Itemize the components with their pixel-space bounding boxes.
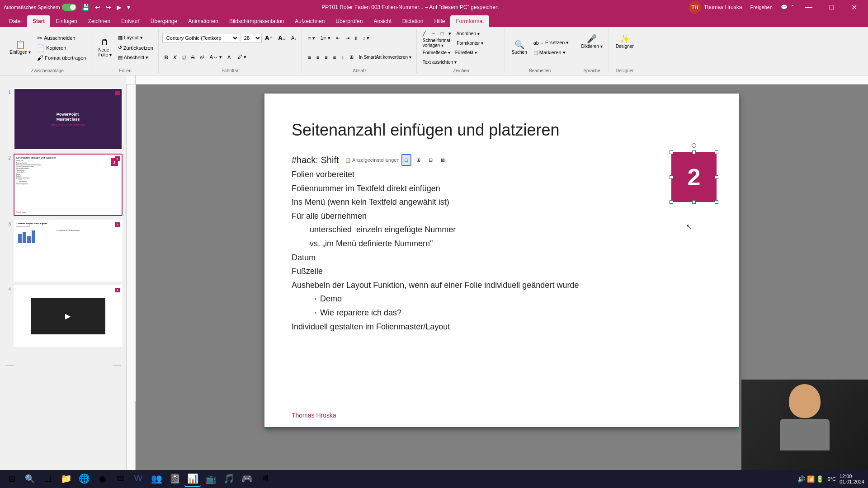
align-left-btn[interactable]: ≡	[306, 53, 313, 62]
handle-ml[interactable]	[670, 175, 673, 179]
tab-einfuegen[interactable]: Einfügen	[50, 15, 82, 27]
markieren-btn[interactable]: ⬚ Markieren ▾	[531, 48, 571, 57]
ft-btn-1[interactable]: □	[401, 154, 412, 166]
tab-ueberpruefen[interactable]: Überprüfen	[330, 15, 368, 27]
taskbar-teams[interactable]: 👥	[148, 471, 165, 487]
system-tray[interactable]: 🔊 📶 🔋	[797, 475, 824, 483]
fuelleffekt-btn[interactable]: Fülleffekt ▾	[453, 48, 479, 57]
ribbon-collapse-btn[interactable]: ⌃	[790, 4, 795, 10]
slide-thumb-1[interactable]: 1 PowerPointMasterclass PRÄSENTIEREN WIE…	[4, 88, 123, 150]
text-ausrichten-btn[interactable]: Text ausrichten ▾	[420, 57, 459, 66]
zuruecksetzen-btn[interactable]: ↺ Zurücksetzen	[116, 43, 156, 52]
format-uebertragen-btn[interactable]: 🖌 Format übertragen	[35, 53, 88, 62]
taskbar-onenote[interactable]: 📓	[166, 471, 183, 487]
slide-img-4[interactable]: ▶ 4	[14, 285, 123, 347]
tab-datei[interactable]: Datei	[4, 15, 27, 27]
number-box-container[interactable]: 2	[671, 152, 717, 202]
ft-btn-2[interactable]: ⊞	[413, 155, 424, 166]
tab-bildschirmpraesentation[interactable]: Bildschirmpräsentation	[224, 15, 289, 27]
tab-uebergaenge[interactable]: Übergänge	[145, 15, 183, 27]
bullets-btn[interactable]: ≡ ▾	[306, 33, 317, 42]
font-family-select[interactable]: Century Gothic (Textkörp	[162, 33, 239, 43]
tab-hilfe[interactable]: Hilfe	[429, 15, 450, 27]
diktieren-btn[interactable]: 🎤 Diktieren ▾	[578, 29, 605, 54]
taskbar-app5[interactable]: 🖥	[257, 471, 273, 487]
handle-mr[interactable]	[715, 175, 718, 179]
highlight-btn[interactable]: 🖊 ▾	[235, 53, 249, 62]
ausschneiden-btn[interactable]: ✂ Ausschneiden	[35, 33, 88, 42]
kopieren-btn[interactable]: 📄 Kopieren	[35, 43, 88, 52]
close-button[interactable]: ✕	[844, 0, 864, 14]
designer-btn[interactable]: ✨ Designer	[613, 29, 637, 54]
font-size-select[interactable]: 28	[240, 33, 262, 43]
qa-present[interactable]: ▶	[115, 3, 123, 12]
share-btn[interactable]: Freigeben	[745, 3, 778, 11]
ft-btn-3[interactable]: ⊟	[425, 155, 436, 166]
handle-tm[interactable]	[692, 150, 696, 154]
align-center-btn[interactable]: ≡	[314, 53, 321, 62]
maximize-button[interactable]: □	[821, 0, 842, 14]
arrange-btn[interactable]: Anordnen ▾	[454, 29, 481, 38]
slide-img-2[interactable]: Seitenanzahl einfügen und platzieren #ha…	[14, 154, 123, 216]
taskbar-edge[interactable]: 🌐	[76, 471, 92, 487]
increase-indent-btn[interactable]: ⇥	[343, 33, 352, 42]
line-spacing-btn[interactable]: ↕ ▾	[361, 33, 372, 42]
qa-redo[interactable]: ↪	[104, 3, 113, 12]
italic-btn[interactable]: K	[171, 53, 179, 62]
start-btn[interactable]: ⊞	[4, 471, 20, 487]
handle-rotate[interactable]	[692, 143, 696, 148]
shape-more[interactable]: ▾	[446, 29, 453, 38]
taskbar-word[interactable]: W	[130, 471, 146, 487]
schnellformatvorlagen-btn[interactable]: Schnellformat-vorlagen ▾	[420, 38, 454, 47]
tab-aufzeichnen[interactable]: Aufzeichnen	[289, 15, 330, 27]
char-spacing-btn[interactable]: A↔ ▾	[208, 53, 224, 62]
increase-font-btn[interactable]: A↑	[263, 33, 275, 42]
taskbar-mail[interactable]: ✉	[112, 471, 128, 487]
decrease-indent-btn[interactable]: ⇤	[334, 33, 342, 42]
tab-start[interactable]: Start	[27, 15, 50, 27]
handle-br[interactable]	[715, 200, 718, 204]
ft-btn-4[interactable]: ⊠	[438, 155, 448, 166]
smartart-btn[interactable]: In SmartArt konvertieren ▾	[357, 53, 414, 62]
formkontur-btn[interactable]: Formkontur ▾	[454, 38, 486, 47]
slide-img-1[interactable]: PowerPointMasterclass PRÄSENTIEREN WIE E…	[14, 88, 123, 150]
taskbar-app4[interactable]: 🎮	[239, 471, 255, 487]
handle-bl[interactable]	[670, 200, 673, 204]
handle-tr[interactable]	[715, 150, 718, 154]
align-justify-btn[interactable]: ≡	[331, 53, 338, 62]
qa-save[interactable]: 💾	[80, 3, 91, 12]
qa-more[interactable]: ▾	[125, 3, 132, 12]
taskbar-chrome[interactable]: ◉	[94, 471, 110, 487]
tab-ansicht[interactable]: Ansicht	[368, 15, 396, 27]
shape-line[interactable]: ╱	[420, 29, 428, 38]
columns-btn[interactable]: ⫿	[353, 33, 360, 42]
einfuegen-btn[interactable]: 📋 Einfügen ▾	[6, 35, 34, 61]
taskbar-powerpoint[interactable]: 📊	[184, 471, 201, 487]
slide-thumb-3[interactable]: 3 3 einfache Beispiel: Primer zugeben...…	[4, 220, 123, 282]
ersetzen-btn[interactable]: ab→ Ersetzen ▾	[531, 38, 571, 47]
layout-btn[interactable]: ▦ Layout ▾	[116, 33, 156, 42]
tab-dictation[interactable]: Dictation	[397, 15, 429, 27]
taskbar-app3[interactable]: 🎵	[221, 471, 237, 487]
handle-tl[interactable]	[670, 150, 673, 154]
align-right-btn[interactable]: ≡	[322, 53, 330, 62]
search-btn[interactable]: 🔍	[22, 471, 38, 487]
slide-thumb-2[interactable]: 2 Seitenanzahl einfügen und platzieren #…	[4, 154, 123, 216]
neue-folie-btn[interactable]: 🗒 NeueFolie ▾	[95, 35, 114, 61]
taskbar-explorer[interactable]: 📁	[58, 471, 74, 487]
tab-entwurf[interactable]: Entwurf	[116, 15, 145, 27]
font-color-btn[interactable]: A	[225, 53, 234, 62]
clear-format-btn[interactable]: Aₓ	[289, 33, 299, 42]
tab-zeichnen[interactable]: Zeichnen	[83, 15, 116, 27]
suchen-btn[interactable]: 🔍 Suchen	[509, 35, 530, 61]
minimize-button[interactable]: —	[798, 0, 819, 14]
taskview-btn[interactable]: ❑	[40, 471, 56, 487]
abschnitt-btn[interactable]: ▤ Abschnitt ▾	[116, 53, 156, 62]
slide-thumb-4[interactable]: 4 ▶ 4	[4, 285, 123, 347]
tab-formformat[interactable]: Formformat	[450, 15, 489, 27]
shape-rect[interactable]: □	[439, 29, 446, 38]
shadow-btn[interactable]: s²	[198, 53, 206, 62]
bold-btn[interactable]: B	[162, 53, 170, 62]
handle-bm[interactable]	[692, 200, 696, 204]
text-align-v-btn[interactable]: ⊞	[347, 53, 356, 62]
